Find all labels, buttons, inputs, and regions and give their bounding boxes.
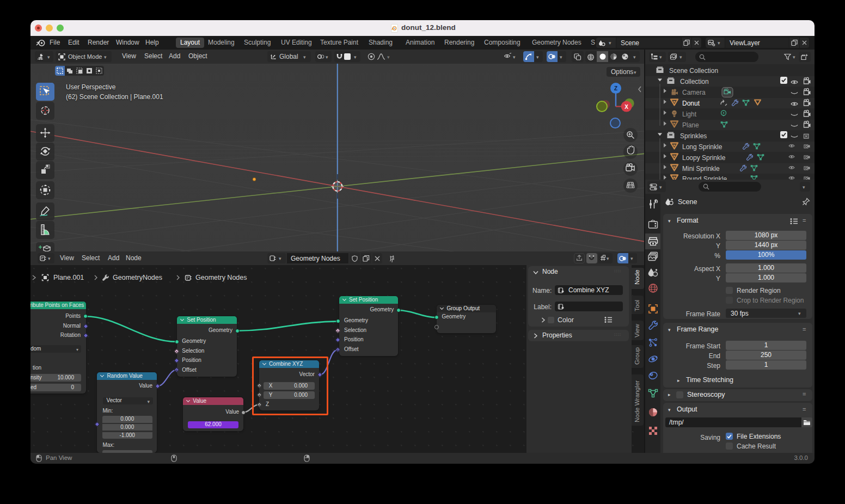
svg-text:Z: Z (614, 85, 617, 91)
svg-text:X: X (624, 104, 628, 110)
